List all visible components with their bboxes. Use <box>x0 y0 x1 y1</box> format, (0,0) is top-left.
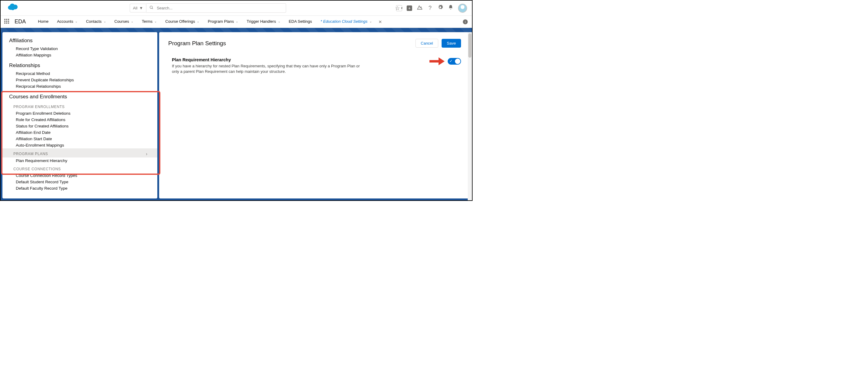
nav-tab[interactable]: Program Plans⌄ <box>204 16 242 28</box>
content-area: AffiliationsRecord Type ValidationAffili… <box>1 32 472 200</box>
app-name: EDA <box>14 19 26 25</box>
settings-main-panel: Program Plan Settings Cancel Save Plan R… <box>159 32 470 198</box>
svg-point-0 <box>150 6 152 8</box>
sidebar-subsection-label: PROGRAM ENROLLMENTS <box>13 105 65 109</box>
bell-icon <box>448 5 454 11</box>
chevron-down-icon: ▼ <box>401 7 403 10</box>
chevron-down-icon: ⌄ <box>369 20 372 23</box>
nav-items: HomeAccounts⌄Contacts⌄Courses⌄Terms⌄Cour… <box>34 16 384 28</box>
user-avatar[interactable] <box>458 4 467 13</box>
setting-description: If you have a hierarchy for nested Plan … <box>168 63 363 74</box>
context-bar-band <box>1 28 472 32</box>
sidebar-subsection-label: COURSE CONNECTIONS <box>13 167 61 171</box>
nav-tab-label: Course Offerings <box>165 19 195 24</box>
sidebar-item[interactable]: Course Connection Record Types <box>2 172 157 179</box>
sidebar-item[interactable]: Reciprocal Relationships <box>2 83 157 90</box>
sidebar-item[interactable]: Reciprocal Method <box>2 70 157 77</box>
sidebar-section-title[interactable]: Affiliations <box>2 36 157 45</box>
sidebar-item[interactable]: Plan Requirement Hierarchy <box>2 158 157 164</box>
sidebar-item[interactable]: Record Type Validation <box>2 45 157 52</box>
setting-label: Plan Requirement Hierarchy <box>168 57 363 62</box>
nav-tab[interactable]: Home <box>34 16 52 28</box>
plan-requirement-hierarchy-toggle[interactable]: ✓ <box>448 58 461 65</box>
chevron-down-icon: ⌄ <box>75 20 78 23</box>
cancel-button[interactable]: Cancel <box>415 39 438 48</box>
nav-tab-label: Accounts <box>57 19 73 24</box>
nav-tab[interactable]: Course Offerings⌄ <box>162 16 203 28</box>
page-scrollbar[interactable] <box>468 32 472 200</box>
header-utility-icons: ☆▼ + ? <box>396 4 469 13</box>
help-button[interactable]: ? <box>427 5 433 11</box>
question-icon: ? <box>429 5 432 11</box>
sidebar-item[interactable]: Default Faculty Record Type <box>2 185 157 192</box>
app-nav-bar: EDA HomeAccounts⌄Contacts⌄Courses⌄Terms⌄… <box>1 16 472 28</box>
sidebar-subsection-header[interactable]: PROGRAM PLANS› <box>2 148 157 158</box>
gear-icon <box>438 5 443 11</box>
nav-tab-label: Terms <box>142 19 152 24</box>
callout-arrow-icon <box>429 57 445 65</box>
search-scope-dropdown[interactable]: All ▼ <box>130 4 146 12</box>
add-button[interactable]: + <box>406 5 412 11</box>
star-icon: ☆ <box>395 5 400 11</box>
notifications-button[interactable] <box>448 5 454 11</box>
trailhead-icon <box>417 4 423 12</box>
sidebar-item[interactable]: Affiliation Start Date <box>2 136 157 142</box>
search-icon <box>149 5 154 11</box>
sidebar-item[interactable]: Affiliation Mappings <box>2 52 157 58</box>
sidebar-item[interactable]: Prevent Duplicate Relationships <box>2 77 157 83</box>
sidebar-subsection-header[interactable]: PROGRAM ENROLLMENTS <box>2 102 157 110</box>
nav-info-icon[interactable]: i <box>463 20 468 24</box>
save-button[interactable]: Save <box>442 39 461 48</box>
guidance-button[interactable] <box>417 5 423 11</box>
sidebar-item[interactable]: Role for Created Affiliations <box>2 116 157 123</box>
chevron-down-icon: ▼ <box>139 6 143 10</box>
chevron-down-icon: ⌄ <box>131 20 133 23</box>
setting-text: Plan Requirement Hierarchy If you have a… <box>168 57 363 74</box>
sidebar-item[interactable]: Status for Created Affiliations <box>2 123 157 129</box>
sidebar-item[interactable]: Auto-Enrollment Mappings <box>2 142 157 148</box>
sidebar-item[interactable]: Default Student Record Type <box>2 179 157 185</box>
favorites-button[interactable]: ☆▼ <box>396 5 402 11</box>
chevron-down-icon: ⌄ <box>197 20 199 23</box>
nav-tab[interactable]: Courses⌄ <box>111 16 137 28</box>
search-scope-label: All <box>133 6 137 10</box>
nav-tab-label: Contacts <box>86 19 101 24</box>
search-input-wrap <box>146 3 286 13</box>
chevron-down-icon: ⌄ <box>103 20 106 23</box>
sidebar-subsection-header[interactable]: COURSE CONNECTIONS <box>2 164 157 172</box>
page-title: Program Plan Settings <box>168 40 226 47</box>
action-buttons: Cancel Save <box>415 39 461 48</box>
svg-line-1 <box>152 8 153 9</box>
nav-tab-label: Courses <box>115 19 129 24</box>
main-header: Program Plan Settings Cancel Save <box>168 39 461 48</box>
setting-row: Plan Requirement Hierarchy If you have a… <box>168 57 461 74</box>
nav-tab-label: * Education Cloud Settings <box>320 19 368 24</box>
global-search: All ▼ <box>130 3 286 13</box>
close-tab-icon[interactable]: ✕ <box>377 20 384 24</box>
global-header: All ▼ ☆▼ + ? <box>1 1 472 16</box>
sidebar-subsection-label: PROGRAM PLANS <box>13 152 48 156</box>
chevron-down-icon: ⌄ <box>278 20 280 23</box>
nav-tab[interactable]: Terms⌄ <box>138 16 160 28</box>
sidebar-item[interactable]: Affiliation End Date <box>2 129 157 136</box>
nav-tab[interactable]: Trigger Handlers⌄ <box>243 16 284 28</box>
nav-tab-label: Home <box>38 19 49 24</box>
nav-tab[interactable]: Contacts⌄ <box>82 16 109 28</box>
sidebar-item[interactable]: Program Enrollment Deletions <box>2 110 157 116</box>
search-input[interactable] <box>157 6 283 10</box>
app-launcher-icon[interactable] <box>4 19 10 25</box>
nav-tab-label: Trigger Handlers <box>247 19 276 24</box>
chevron-right-icon: › <box>146 152 151 156</box>
plus-icon: + <box>407 5 412 11</box>
setup-button[interactable] <box>437 5 443 11</box>
salesforce-logo-icon <box>4 3 20 13</box>
chevron-down-icon: ⌄ <box>236 20 238 23</box>
sidebar-section-title[interactable]: Courses and Enrollments <box>2 93 157 102</box>
settings-sidebar: AffiliationsRecord Type ValidationAffili… <box>2 32 157 198</box>
nav-tab-label: Program Plans <box>208 19 234 24</box>
nav-tab[interactable]: Accounts⌄ <box>54 16 81 28</box>
nav-tab[interactable]: EDA Settings <box>285 16 316 28</box>
nav-tab-label: EDA Settings <box>289 19 312 24</box>
nav-tab[interactable]: * Education Cloud Settings⌄ <box>317 16 375 28</box>
sidebar-section-title[interactable]: Relationships <box>2 61 157 70</box>
